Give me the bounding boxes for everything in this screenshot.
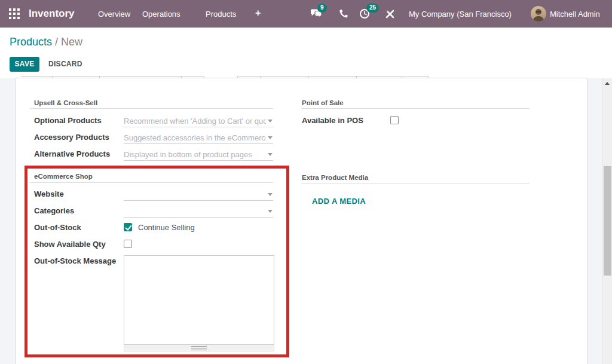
section-underline	[30, 108, 273, 109]
breadcrumb-parent[interactable]: Products	[10, 36, 52, 48]
plus-icon[interactable]: +	[255, 8, 261, 18]
field-underline	[124, 127, 273, 127]
app-name[interactable]: Inventory	[29, 7, 75, 20]
top-navbar: Inventory Overview Operations Products +…	[0, 0, 612, 27]
phone-icon[interactable]	[338, 9, 348, 19]
apps-grid-icon[interactable]	[9, 8, 20, 19]
tab-divider	[308, 76, 309, 78]
save-button[interactable]: SAVE	[10, 57, 39, 72]
alternative-products-input[interactable]: Displayed in bottom of product pages	[124, 150, 266, 159]
tab-divider	[237, 76, 238, 78]
messages-badge: 9	[317, 4, 327, 13]
vertical-scrollbar[interactable]	[602, 78, 612, 364]
company-switcher[interactable]: My Company (San Francisco)	[409, 10, 512, 19]
dropdown-caret-icon[interactable]	[268, 120, 273, 123]
scrollbar-thumb[interactable]	[604, 166, 611, 276]
section-underline	[302, 108, 530, 109]
section-underline	[302, 183, 530, 183]
menu-overview[interactable]: Overview	[98, 10, 130, 19]
field-underline	[124, 160, 273, 161]
optional-products-label: Optional Products	[34, 116, 102, 125]
tab-divider	[204, 76, 204, 78]
tools-icon[interactable]	[385, 9, 395, 19]
tab-divider	[428, 76, 429, 78]
activities-badge: 25	[366, 4, 379, 13]
tab-divider	[260, 76, 261, 78]
available-in-pos-label: Available in POS	[302, 116, 363, 125]
menu-products[interactable]: Products	[206, 10, 236, 19]
available-in-pos-checkbox[interactable]	[390, 116, 399, 124]
accessory-products-input[interactable]: Suggested accessories in the eCommerce	[124, 133, 266, 142]
section-title-upsell: Upsell & Cross-Sell	[34, 99, 97, 107]
section-title-media: Extra Product Media	[302, 174, 368, 182]
tab-divider	[402, 76, 402, 78]
scrollbar-up-arrow-icon[interactable]	[605, 82, 610, 85]
field-underline	[124, 143, 273, 144]
dropdown-caret-icon[interactable]	[268, 153, 273, 156]
control-panel: Products / New SAVE DISCARD	[0, 27, 612, 78]
user-avatar[interactable]	[531, 6, 546, 22]
add-media-button[interactable]: ADD A MEDIA	[312, 197, 366, 206]
tab-divider	[181, 76, 182, 78]
alternative-products-label: Alternative Products	[34, 149, 110, 158]
accessory-products-label: Accessory Products	[34, 133, 109, 142]
tab-strip-line	[21, 76, 204, 77]
highlight-box	[25, 166, 289, 357]
discard-button[interactable]: DISCARD	[48, 57, 82, 72]
breadcrumb-current: New	[61, 36, 82, 48]
menu-operations[interactable]: Operations	[142, 10, 180, 19]
dropdown-caret-icon[interactable]	[268, 136, 273, 139]
user-menu[interactable]: Mitchell Admin	[550, 10, 600, 19]
breadcrumb-separator: /	[55, 36, 58, 48]
breadcrumb: Products / New	[10, 35, 82, 48]
section-title-pos: Point of Sale	[302, 99, 344, 107]
tab-strip-line	[237, 76, 428, 77]
tab-divider	[52, 76, 53, 78]
sheet-top-border	[16, 78, 587, 78]
tab-divider	[99, 76, 100, 78]
tab-divider	[356, 76, 357, 78]
optional-products-input[interactable]: Recommend when 'Adding to Cart' or quot	[124, 117, 266, 126]
